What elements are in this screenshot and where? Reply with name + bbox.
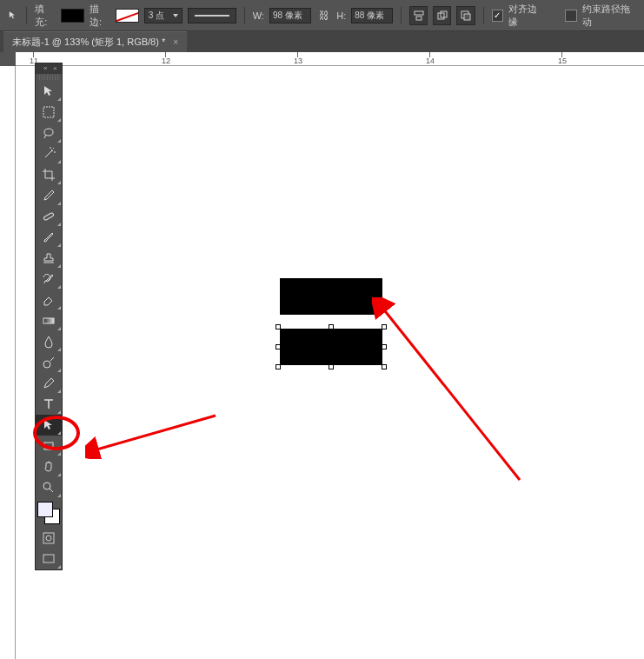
align-edges-label: 对齐边缘	[508, 3, 545, 29]
document-tab[interactable]: 未标题-1 @ 133% (矩形 1, RGB/8) * ×	[3, 31, 187, 52]
move-tool[interactable]	[36, 81, 62, 102]
tools-panel-header[interactable]: « ×	[36, 63, 62, 74]
vertical-ruler	[0, 66, 16, 659]
constrain-path-checkbox[interactable]	[565, 10, 576, 22]
svg-rect-5	[464, 14, 470, 20]
document-tab-bar: 未标题-1 @ 133% (矩形 1, RGB/8) * ×	[0, 31, 644, 52]
svg-rect-0	[415, 11, 423, 15]
constrain-path-label: 约束路径拖动	[582, 3, 637, 29]
stroke-style-dropdown[interactable]	[188, 8, 236, 23]
svg-rect-14	[43, 555, 54, 562]
pen-tool[interactable]	[36, 373, 62, 394]
magic-wand-tool[interactable]	[36, 143, 62, 164]
clone-stamp-tool[interactable]	[36, 248, 62, 269]
path-selection-tool[interactable]	[36, 415, 62, 436]
width-label: W:	[253, 10, 264, 21]
rectangle-shape-1[interactable]	[280, 278, 382, 315]
stroke-width-value: 3 点	[149, 10, 164, 22]
gradient-tool[interactable]	[36, 310, 62, 331]
panel-grip[interactable]	[39, 75, 58, 80]
svg-point-9	[43, 361, 50, 368]
healing-brush-tool[interactable]	[36, 206, 62, 227]
path-operations-button[interactable]	[456, 6, 475, 25]
path-align-button[interactable]	[409, 6, 428, 25]
foreground-color-swatch[interactable]	[37, 502, 53, 517]
brush-tool[interactable]	[36, 227, 62, 248]
eraser-tool[interactable]	[36, 290, 62, 310]
height-field[interactable]: 88 像素	[351, 8, 393, 23]
height-label: H:	[336, 10, 346, 21]
svg-point-11	[43, 483, 50, 489]
svg-rect-7	[43, 212, 54, 220]
tools-panel: « ×	[35, 63, 63, 570]
blur-tool[interactable]	[36, 331, 62, 352]
document-tab-title: 未标题-1 @ 133% (矩形 1, RGB/8) *	[12, 37, 165, 47]
history-brush-tool[interactable]	[36, 269, 62, 290]
link-wh-icon[interactable]: ⛓	[316, 10, 331, 22]
svg-rect-12	[43, 533, 54, 543]
path-selection-cursor-icon	[7, 10, 18, 22]
svg-rect-6	[43, 107, 54, 117]
fill-label: 填充:	[35, 3, 56, 29]
stroke-width-dropdown[interactable]: 3 点	[144, 8, 183, 23]
quick-mask-tool[interactable]	[36, 528, 62, 549]
stroke-swatch[interactable]	[116, 9, 139, 23]
options-bar: 填充: 描边: 3 点 W: 98 像素 ⛓ H: 88 像素 对齐边缘 约束路…	[0, 0, 644, 31]
svg-point-13	[46, 536, 51, 541]
stroke-label: 描边:	[90, 3, 110, 29]
lasso-tool[interactable]	[36, 123, 62, 143]
foreground-background-colors[interactable]	[36, 498, 62, 528]
fill-swatch[interactable]	[61, 9, 84, 23]
collapse-icon[interactable]: «	[43, 65, 50, 72]
svg-rect-1	[416, 17, 422, 20]
rectangle-tool[interactable]	[36, 436, 62, 456]
zoom-tool[interactable]	[36, 477, 62, 498]
close-panel-icon[interactable]: ×	[53, 65, 60, 72]
horizontal-ruler: 11 12 13 14 15	[16, 52, 644, 66]
crop-tool[interactable]	[36, 164, 62, 185]
eyedropper-tool[interactable]	[36, 185, 62, 206]
width-field[interactable]: 98 像素	[269, 8, 311, 23]
dodge-tool[interactable]	[36, 352, 62, 373]
svg-rect-10	[44, 443, 53, 449]
svg-rect-8	[43, 318, 54, 323]
canvas[interactable]	[16, 66, 644, 659]
align-edges-checkbox[interactable]	[492, 10, 503, 22]
type-tool[interactable]	[36, 394, 62, 415]
rectangle-shape-2-selected[interactable]	[280, 329, 382, 365]
hand-tool[interactable]	[36, 456, 62, 477]
path-arrange-button[interactable]	[433, 6, 451, 25]
marquee-tool[interactable]	[36, 102, 62, 123]
workspace	[0, 66, 644, 659]
screen-mode-tool[interactable]	[36, 549, 62, 569]
close-tab-icon[interactable]: ×	[173, 37, 178, 47]
